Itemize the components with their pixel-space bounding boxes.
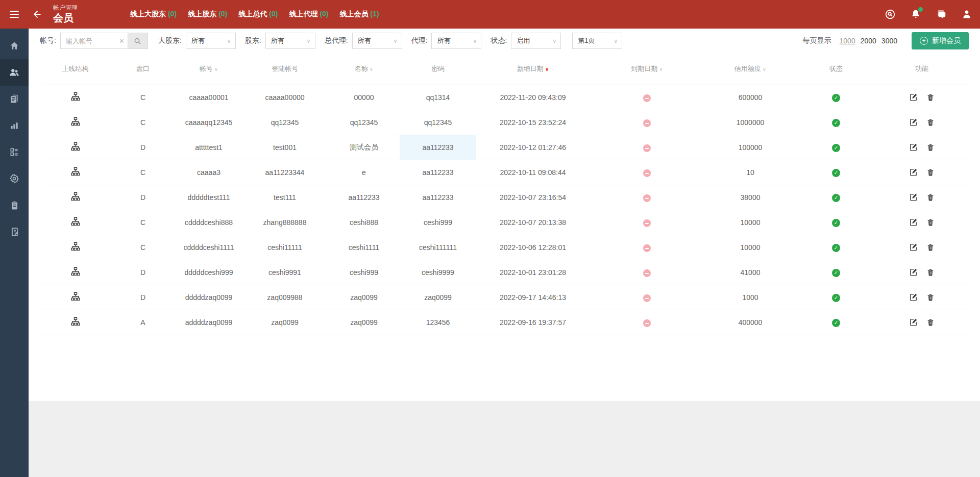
filter-select-3[interactable]: 所有∨ — [431, 33, 481, 49]
edit-icon[interactable] — [909, 168, 918, 177]
no-expiry-icon — [643, 94, 651, 102]
edit-icon[interactable] — [909, 193, 918, 202]
column-header[interactable]: 新增日期∨ — [476, 53, 590, 85]
edit-icon[interactable] — [909, 93, 918, 102]
plate-cell: C — [110, 85, 176, 110]
column-header: 上线结构 — [41, 53, 110, 85]
column-header[interactable]: 名称∨ — [328, 53, 400, 85]
search-button[interactable] — [128, 33, 148, 49]
filter-label: 状态: — [491, 36, 507, 45]
sidebar-item-home[interactable] — [0, 33, 29, 59]
created-date-cell: 2022-10-07 20:13:38 — [476, 210, 590, 235]
menu-toggle-icon[interactable] — [0, 0, 29, 29]
column-label: 帐号 — [200, 65, 213, 72]
delete-icon[interactable] — [926, 318, 935, 327]
sidebar-item-logs[interactable] — [0, 218, 29, 245]
per-page-option-2000[interactable]: 2000 — [861, 37, 876, 45]
sidebar-item-settings[interactable] — [0, 165, 29, 192]
file-pen-icon — [10, 227, 19, 237]
delete-icon[interactable] — [926, 243, 935, 252]
sidebar-item-clipboard[interactable] — [0, 192, 29, 218]
org-structure-icon[interactable] — [70, 316, 81, 327]
column-header[interactable]: 信用额度∨ — [704, 53, 796, 85]
name-cell: ceshi999 — [328, 260, 400, 285]
org-structure-icon[interactable] — [70, 91, 81, 102]
tab-count: (0) — [320, 10, 328, 18]
sidebar-item-members[interactable] — [0, 59, 29, 86]
column-header[interactable]: 帐号∨ — [176, 53, 241, 85]
edit-icon[interactable] — [909, 143, 918, 152]
tab-online-3[interactable]: 线上代理(0) — [289, 10, 328, 19]
edit-icon[interactable] — [909, 293, 918, 302]
tab-online-4[interactable]: 线上会员(1) — [340, 10, 379, 19]
column-header: 功能 — [876, 53, 968, 85]
account-search-input[interactable] — [61, 37, 128, 45]
status-cell: ✓ — [796, 210, 876, 235]
plate-cell: C — [110, 110, 176, 135]
edit-icon[interactable] — [909, 118, 918, 127]
delete-icon[interactable] — [926, 218, 935, 227]
plate-cell: D — [110, 285, 176, 310]
sidebar-item-documents[interactable] — [0, 86, 29, 112]
delete-icon[interactable] — [926, 193, 935, 202]
per-page-option-1000[interactable]: 1000 — [840, 37, 855, 45]
delete-icon[interactable] — [926, 268, 935, 277]
messages-icon[interactable] — [935, 8, 947, 20]
filter-select-0[interactable]: 所有∨ — [186, 33, 236, 49]
org-structure-icon[interactable] — [70, 241, 81, 252]
search-circle-icon[interactable] — [884, 8, 896, 20]
tab-online-1[interactable]: 线上股东(0) — [188, 10, 227, 19]
delete-icon[interactable] — [926, 293, 935, 302]
credit-cell: 38000 — [704, 185, 796, 210]
status-cell: ✓ — [796, 85, 876, 110]
edit-icon[interactable] — [909, 268, 918, 277]
actions-cell — [876, 160, 968, 185]
org-structure-icon[interactable] — [70, 191, 81, 202]
no-expiry-icon — [643, 144, 651, 152]
add-member-button[interactable]: + 新增会员 — [912, 32, 969, 49]
created-date-cell: 2022-10-11 09:08:44 — [476, 160, 590, 185]
per-page-label: 每页显示 — [803, 36, 831, 45]
edit-icon[interactable] — [909, 218, 918, 227]
delete-icon[interactable] — [926, 118, 935, 127]
delete-icon[interactable] — [926, 168, 935, 177]
page-select[interactable]: 第1页 ∨ — [572, 33, 622, 49]
tab-online-0[interactable]: 线上大股东(0) — [130, 10, 177, 19]
actions-cell — [876, 110, 968, 135]
filter-select-1[interactable]: 所有∨ — [265, 33, 315, 49]
tab-online-2[interactable]: 线上总代(0) — [238, 10, 278, 19]
column-header[interactable]: 到期日期∨ — [590, 53, 704, 85]
created-date-cell: 2022-10-01 23:01:28 — [476, 260, 590, 285]
filter-select-2[interactable]: 所有∨ — [352, 33, 402, 49]
org-structure-icon[interactable] — [70, 216, 81, 227]
edit-icon[interactable] — [909, 318, 918, 327]
clear-input-icon[interactable]: ✕ — [119, 38, 125, 44]
table-row: A addddzaq0099 zaq0099 zaq0099 123456 20… — [41, 310, 968, 335]
delete-icon[interactable] — [926, 143, 935, 152]
sidebar-item-reports[interactable] — [0, 112, 29, 139]
add-member-label: 新增会员 — [932, 36, 961, 45]
table-row: C cddddceshi888 zhang888888 ceshi888 ces… — [41, 210, 968, 235]
filter-select-4[interactable]: 启用∨ — [511, 33, 561, 49]
tab-label: 线上总代 — [238, 10, 267, 18]
org-structure-icon[interactable] — [70, 116, 81, 127]
app-root: 帐户管理 会员 线上大股东(0)线上股东(0)线上总代(0)线上代理(0)线上会… — [0, 0, 980, 477]
per-page-option-3000[interactable]: 3000 — [881, 37, 897, 45]
org-structure-icon[interactable] — [70, 166, 81, 177]
back-arrow-icon[interactable] — [29, 0, 46, 29]
org-structure-icon[interactable] — [70, 291, 81, 302]
chevron-down-icon: ∨ — [552, 38, 556, 44]
table-row: C caaaaqq12345 qq12345 qq12345 qq12345 2… — [41, 110, 968, 135]
bell-icon[interactable] — [910, 8, 922, 20]
credit-cell: 1000000 — [704, 110, 796, 135]
sidebar-item-tasks[interactable] — [0, 139, 29, 165]
edit-icon[interactable] — [909, 243, 918, 252]
org-structure-icon[interactable] — [70, 141, 81, 152]
password-cell: aa112233 — [400, 135, 476, 160]
user-icon[interactable] — [961, 8, 973, 20]
login-account-cell: test001 — [241, 135, 328, 160]
name-cell: ceshi888 — [328, 210, 400, 235]
table-row: C caaaa3 aa11223344 e aa112233 2022-10-1… — [41, 160, 968, 185]
org-structure-icon[interactable] — [70, 266, 81, 277]
delete-icon[interactable] — [926, 93, 935, 102]
